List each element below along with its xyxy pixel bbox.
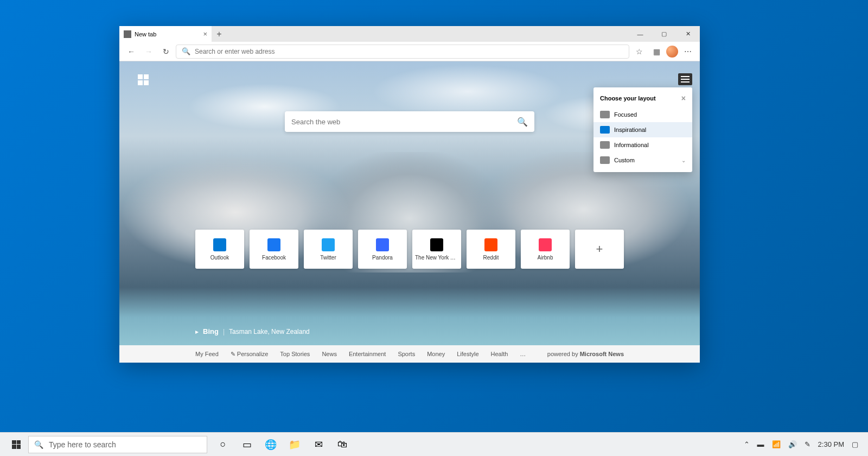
layout-option[interactable]: Custom⌄ — [593, 153, 692, 168]
news-feed-bar: My Feed✎ PersonalizeTop StoriesNewsEnter… — [119, 345, 700, 363]
web-search-box[interactable]: 🔍 — [285, 111, 534, 132]
battery-icon[interactable]: ▬ — [757, 440, 764, 448]
pen-icon[interactable]: ✎ — [805, 440, 810, 448]
news-link[interactable]: ✎ Personalize — [231, 351, 269, 358]
site-icon — [376, 238, 389, 251]
tile-label: Outlook — [210, 255, 229, 261]
browser-toolbar: ← → ↻ 🔍 ☆ ▦ ⋯ — [119, 42, 700, 61]
back-button[interactable]: ← — [124, 44, 139, 59]
mail-icon[interactable]: ✉ — [307, 433, 330, 456]
apps-launcher-icon[interactable] — [138, 74, 149, 85]
chevron-down-icon: ⌄ — [681, 157, 686, 163]
tab-bar: New tab × + — ▢ ✕ — [119, 26, 700, 42]
web-search-input[interactable] — [291, 118, 517, 126]
browser-tab[interactable]: New tab × — [119, 26, 212, 42]
layout-option-label: Custom — [614, 157, 635, 163]
profile-avatar[interactable] — [666, 46, 678, 58]
edge-icon[interactable]: 🌐 — [259, 433, 282, 456]
layout-option-label: Focused — [614, 111, 637, 118]
layout-preview-icon — [600, 156, 610, 164]
bing-brand: Bing — [203, 327, 219, 335]
site-icon — [430, 238, 443, 251]
collections-button[interactable]: ▦ — [649, 44, 664, 59]
news-attribution: powered by Microsoft News — [547, 351, 624, 357]
address-input[interactable] — [195, 48, 624, 55]
file-explorer-icon[interactable]: 📁 — [283, 433, 306, 456]
quick-link-tile[interactable]: Reddit — [467, 230, 515, 269]
site-icon — [484, 238, 497, 251]
image-attribution: ▸ Bing | Tasman Lake, New Zealand — [195, 327, 310, 335]
quick-links: OutlookFacebookTwitterPandoraThe New Yor… — [195, 230, 624, 269]
layout-preview-icon — [600, 111, 610, 118]
search-submit-icon[interactable]: 🔍 — [517, 117, 528, 127]
site-icon — [213, 238, 226, 251]
tile-label: Airbnb — [538, 255, 553, 261]
tile-label: Reddit — [483, 255, 499, 261]
news-link[interactable]: … — [520, 351, 526, 357]
store-icon[interactable]: 🛍 — [331, 433, 354, 456]
windows-taskbar: 🔍 Type here to search ○ ▭ 🌐 📁 ✉ 🛍 ⌃ ▬ 📶 … — [0, 432, 868, 456]
bing-logo-icon: ▸ — [195, 328, 199, 335]
favorite-button[interactable]: ☆ — [631, 44, 647, 59]
news-link[interactable]: Money — [427, 351, 445, 357]
tab-close-icon[interactable]: × — [203, 30, 207, 38]
site-icon — [322, 238, 335, 251]
news-link[interactable]: Entertainment — [349, 351, 386, 357]
site-icon — [267, 238, 280, 251]
quick-link-tile[interactable]: Outlook — [195, 230, 244, 269]
news-link[interactable]: News — [322, 351, 337, 357]
layout-option[interactable]: Focused — [593, 107, 692, 122]
layout-option[interactable]: Informational — [593, 137, 692, 153]
site-icon — [539, 238, 552, 251]
close-window-button[interactable]: ✕ — [676, 26, 700, 42]
task-view-icon[interactable]: ▭ — [235, 433, 258, 456]
taskbar-pinned-apps: ○ ▭ 🌐 📁 ✉ 🛍 — [212, 433, 354, 456]
plus-icon: + — [593, 243, 606, 256]
system-tray: ⌃ ▬ 📶 🔊 ✎ 2:30 PM ▢ — [744, 440, 864, 448]
taskbar-search[interactable]: 🔍 Type here to search — [28, 436, 207, 453]
maximize-button[interactable]: ▢ — [652, 26, 676, 42]
refresh-button[interactable]: ↻ — [158, 44, 174, 59]
quick-link-tile[interactable]: Pandora — [358, 230, 407, 269]
page-settings-button[interactable] — [678, 73, 692, 85]
tab-page-icon — [124, 30, 131, 38]
taskbar-search-placeholder: Type here to search — [49, 440, 116, 449]
layout-preview-icon — [600, 126, 610, 134]
quick-link-tile[interactable]: Airbnb — [521, 230, 570, 269]
wifi-icon[interactable]: 📶 — [772, 440, 781, 448]
window-controls: — ▢ ✕ — [628, 26, 700, 42]
cortana-icon[interactable]: ○ — [212, 433, 234, 456]
news-link[interactable]: Top Stories — [280, 351, 310, 357]
new-tab-button[interactable]: + — [212, 26, 227, 42]
action-center-icon[interactable]: ▢ — [852, 440, 858, 448]
minimize-button[interactable]: — — [628, 26, 652, 42]
news-link[interactable]: My Feed — [195, 351, 219, 357]
tray-expand-icon[interactable]: ⌃ — [744, 440, 750, 448]
search-icon: 🔍 — [181, 47, 192, 55]
image-location: Tasman Lake, New Zealand — [229, 328, 310, 335]
layout-preview-icon — [600, 141, 610, 149]
volume-icon[interactable]: 🔊 — [788, 440, 797, 448]
tab-title: New tab — [135, 31, 156, 37]
browser-window: New tab × + — ▢ ✕ ← → ↻ 🔍 ☆ ▦ ⋯ — [119, 26, 700, 363]
news-link[interactable]: Sports — [398, 351, 415, 357]
tile-label: Pandora — [372, 255, 393, 261]
forward-button[interactable]: → — [141, 44, 156, 59]
menu-button[interactable]: ⋯ — [680, 44, 695, 59]
layout-option-label: Informational — [614, 142, 649, 148]
close-icon[interactable]: × — [681, 94, 686, 103]
new-tab-page: 🔍 OutlookFacebookTwitterPandoraThe New Y… — [119, 61, 700, 363]
tile-label: Facebook — [262, 255, 286, 261]
add-tile-button[interactable]: + — [575, 230, 624, 269]
start-button[interactable] — [4, 433, 28, 456]
news-link[interactable]: Health — [491, 351, 508, 357]
clock[interactable]: 2:30 PM — [818, 440, 844, 448]
layout-option[interactable]: Inspirational — [593, 122, 692, 137]
news-link[interactable]: Lifestyle — [457, 351, 478, 357]
quick-link-tile[interactable]: Twitter — [304, 230, 353, 269]
address-bar[interactable]: 🔍 — [176, 45, 629, 59]
windows-logo-icon — [12, 440, 21, 449]
quick-link-tile[interactable]: The New York Ti... — [412, 230, 461, 269]
tile-label: Twitter — [320, 255, 336, 261]
quick-link-tile[interactable]: Facebook — [250, 230, 298, 269]
